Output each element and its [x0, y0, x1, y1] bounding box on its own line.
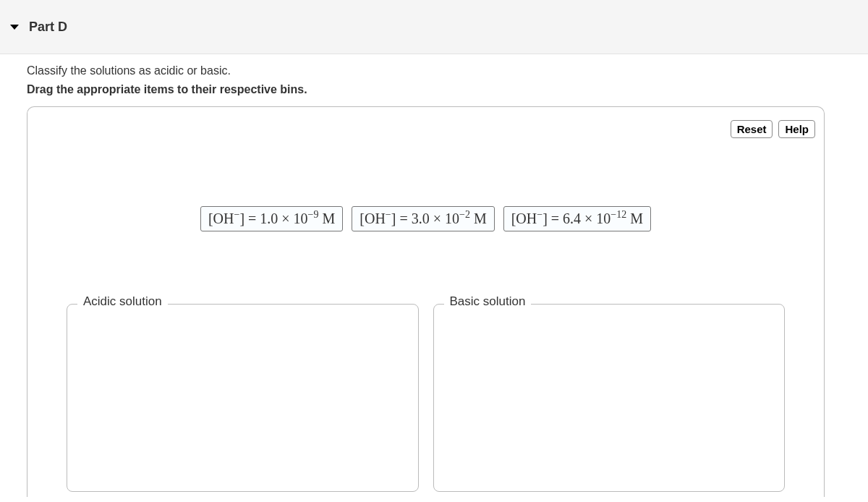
- section-title: Part D: [29, 20, 67, 35]
- help-button[interactable]: Help: [778, 120, 815, 138]
- question-body: Classify the solutions as acidic or basi…: [0, 64, 868, 497]
- draggable-item-row: [OH−] = 1.0 × 10−9 M [OH−] = 3.0 × 10−2 …: [45, 206, 807, 231]
- instruction-secondary: Drag the appropriate items to their resp…: [27, 83, 868, 96]
- reset-button[interactable]: Reset: [731, 120, 773, 138]
- draggable-item[interactable]: [OH−] = 1.0 × 10−9 M: [200, 206, 343, 231]
- bin-acidic[interactable]: Acidic solution: [67, 304, 419, 492]
- panel-button-row: Reset Help: [731, 120, 815, 138]
- bin-row: Acidic solution Basic solution: [45, 304, 807, 492]
- sorting-panel: Reset Help [OH−] = 1.0 × 10−9 M [OH−] = …: [27, 106, 825, 497]
- bin-label-basic: Basic solution: [444, 294, 532, 309]
- caret-down-icon: [10, 25, 19, 30]
- bin-label-acidic: Acidic solution: [77, 294, 168, 309]
- draggable-item[interactable]: [OH−] = 6.4 × 10−12 M: [503, 206, 651, 231]
- instruction-primary: Classify the solutions as acidic or basi…: [27, 64, 868, 77]
- draggable-item[interactable]: [OH−] = 3.0 × 10−2 M: [352, 206, 494, 231]
- bin-basic[interactable]: Basic solution: [433, 304, 786, 492]
- section-header[interactable]: Part D: [0, 0, 868, 54]
